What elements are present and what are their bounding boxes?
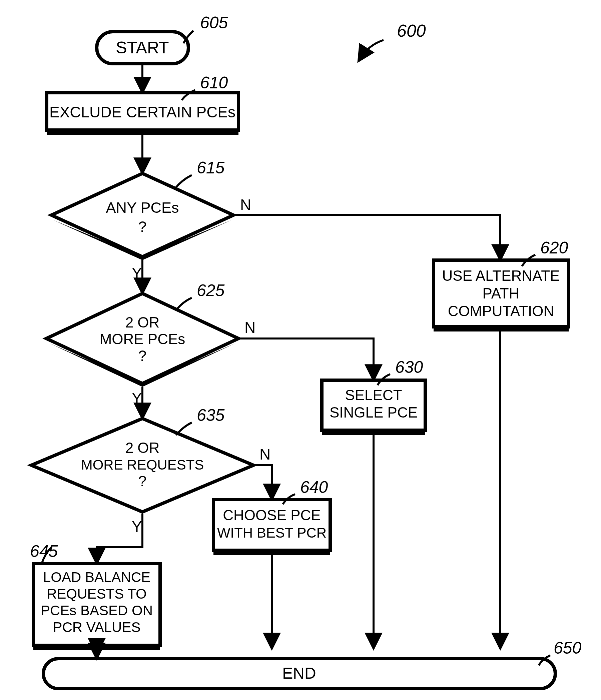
end-label: END xyxy=(282,664,316,682)
single-l1: SINGLE PCE xyxy=(329,404,418,421)
twopce-y: Y xyxy=(132,390,142,407)
node-start: START xyxy=(97,32,189,64)
load-l2: PCEs BASED ON xyxy=(41,603,153,618)
tworeq-n: N xyxy=(259,446,271,463)
twopce-l0: 2 OR xyxy=(125,314,160,330)
ref-620: 620 xyxy=(540,239,568,257)
any-label-1: ? xyxy=(138,218,146,235)
load-l1: REQUESTS TO xyxy=(47,586,147,602)
load-l3: PCR VALUES xyxy=(53,619,141,635)
twopce-l1: MORE PCEs xyxy=(100,331,185,347)
alt-l0: USE ALTERNATE xyxy=(442,268,560,284)
ref-630: 630 xyxy=(395,358,423,376)
node-two-pces: 2 OR MORE PCEs ? xyxy=(46,294,239,387)
start-label: START xyxy=(116,39,169,57)
ref-610: 610 xyxy=(200,73,228,92)
alt-l1: PATH xyxy=(483,285,520,301)
load-l0: LOAD BALANCE xyxy=(43,569,150,585)
tworeq-y: Y xyxy=(132,518,142,535)
single-l0: SELECT xyxy=(345,387,402,403)
any-y: Y xyxy=(132,265,142,282)
node-best: CHOOSE PCE WITH BEST PCR xyxy=(214,500,330,555)
ref-640: 640 xyxy=(300,478,328,497)
alt-l2: COMPUTATION xyxy=(448,303,554,319)
node-load-balance: LOAD BALANCE REQUESTS TO PCEs BASED ON P… xyxy=(33,564,160,650)
best-l0: CHOOSE PCE xyxy=(223,507,321,523)
figure-ref-600: 600 xyxy=(397,21,426,40)
node-single: SELECT SINGLE PCE xyxy=(322,380,425,435)
ref-625: 625 xyxy=(197,281,225,300)
ref-605: 605 xyxy=(200,13,228,32)
ref-650: 650 xyxy=(554,639,582,657)
node-end: END xyxy=(43,659,555,689)
tworeq-l2: ? xyxy=(139,473,146,489)
tworeq-l1: MORE REQUESTS xyxy=(81,457,204,473)
ref-635: 635 xyxy=(197,406,225,425)
tworeq-l0: 2 OR xyxy=(125,440,160,456)
node-any-pces: ANY PCEs ? xyxy=(51,173,233,260)
node-exclude: EXCLUDE CERTAIN PCEs xyxy=(47,93,239,135)
node-alt: USE ALTERNATE PATH COMPUTATION xyxy=(433,260,569,331)
flowchart-600: 600 START 605 EXCLUDE CERTAIN PCEs 610 A… xyxy=(0,0,601,700)
best-l1: WITH BEST PCR xyxy=(217,525,327,541)
twopce-l2: ? xyxy=(139,348,146,364)
any-n: N xyxy=(240,196,251,214)
twopce-n: N xyxy=(245,319,255,336)
ref-615: 615 xyxy=(197,158,225,177)
exclude-label: EXCLUDE CERTAIN PCEs xyxy=(49,103,235,121)
any-label-0: ANY PCEs xyxy=(106,199,179,216)
